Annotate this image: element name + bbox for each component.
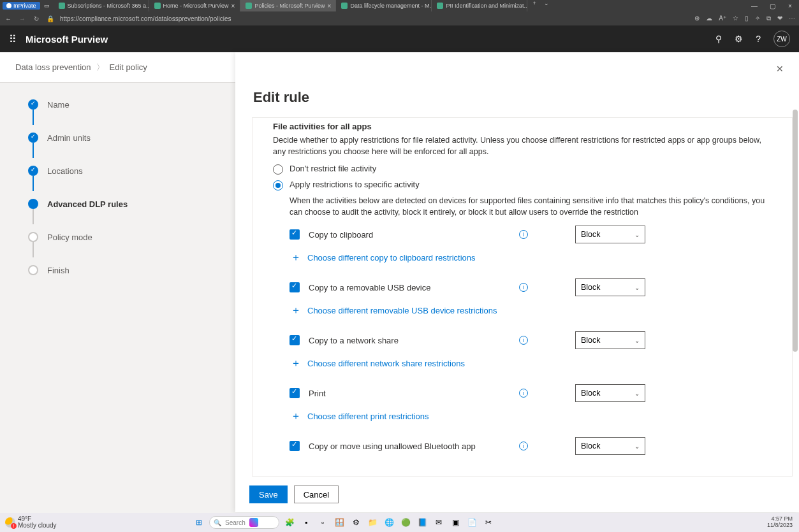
tab-strip: Subscriptions - Microsoft 365 a...× Home… <box>54 0 745 11</box>
search-highlight-icon <box>249 518 258 527</box>
help-icon[interactable]: ? <box>756 34 761 44</box>
more-icon[interactable]: ⋯ <box>789 15 795 22</box>
checkbox[interactable] <box>290 229 300 240</box>
taskbar-app-icon[interactable]: 🌐 <box>383 516 395 529</box>
browser-tab-2[interactable]: Policies - Microsoft Purview× <box>240 0 336 11</box>
taskbar-app-icon[interactable]: 📄 <box>465 516 478 529</box>
activity-copy-usb: Copy to a removable USB device i Block⌄ <box>290 278 772 296</box>
taskbar-app-icon[interactable]: 🟢 <box>399 516 412 529</box>
save-button[interactable]: Save <box>249 485 288 503</box>
taskbar-app-icon[interactable]: ✉ <box>432 516 445 529</box>
browser-tab-0[interactable]: Subscriptions - Microsoft 365 a...× <box>54 0 149 11</box>
panel-scroll-area[interactable]: File activities for all apps Decide whet… <box>253 118 792 476</box>
radio-icon[interactable] <box>273 180 283 191</box>
taskbar-app-icon[interactable]: ▫ <box>316 516 329 529</box>
breadcrumb-root[interactable]: Data loss prevention <box>15 62 91 72</box>
browser-tab-4[interactable]: PII Identification and Minimizat...× <box>432 0 527 11</box>
weather-widget[interactable]: 49°FMostly cloudy <box>0 516 57 529</box>
product-title: Microsoft Purview <box>26 34 108 45</box>
window-minimize[interactable]: — <box>745 3 763 10</box>
window-close[interactable]: × <box>781 3 799 10</box>
chevron-down-icon: ⌄ <box>634 443 640 450</box>
tab-menu-button[interactable]: ⌄ <box>541 0 552 11</box>
action-select[interactable]: Block⌄ <box>575 437 645 455</box>
wizard-steps: Name Admin units Locations Advanced DLP … <box>0 83 235 294</box>
new-tab-button[interactable]: + <box>527 0 541 11</box>
info-icon[interactable]: i <box>519 283 528 292</box>
step-name[interactable]: Name <box>28 96 235 113</box>
info-icon[interactable]: i <box>519 230 528 239</box>
taskbar-app-icon[interactable]: ✂ <box>482 516 495 529</box>
url-text[interactable]: https://compliance.microsoft.com/datalos… <box>60 15 689 22</box>
taskbar-app-icon[interactable]: 📁 <box>366 516 379 529</box>
forward-button[interactable]: → <box>18 15 27 22</box>
step-advanced-dlp-rules[interactable]: Advanced DLP rules <box>28 195 235 213</box>
panel-footer: Save Cancel <box>235 477 799 512</box>
taskbar: 49°FMostly cloudy ⊞ 🔍Search 🧩 ▪ ▫ 🪟 ⚙ 📁 … <box>0 513 799 532</box>
app-launcher-icon[interactable]: ⠿ <box>9 33 17 45</box>
taskbar-app-icon[interactable]: ▣ <box>449 516 462 529</box>
step-admin-units[interactable]: Admin units <box>28 129 235 147</box>
tab-strip-icon[interactable]: ▭ <box>40 3 54 9</box>
activity-print: Print i Block⌄ <box>290 384 772 402</box>
step-policy-mode[interactable]: Policy mode <box>28 228 235 246</box>
checkbox[interactable] <box>290 388 300 398</box>
checkbox[interactable] <box>290 335 300 345</box>
add-network-restriction[interactable]: ＋Choose different network share restrict… <box>291 357 772 370</box>
step-finish[interactable]: Finish <box>28 261 235 279</box>
collections-icon[interactable]: ⧉ <box>766 15 771 22</box>
action-select[interactable]: Block⌄ <box>575 226 645 243</box>
taskbar-app-icon[interactable]: ▪ <box>300 516 312 529</box>
radio-dont-restrict[interactable]: Don't restrict file activity <box>273 164 772 175</box>
restrictions-subdesc: When the activities below are detected o… <box>290 196 772 218</box>
weather-icon <box>5 517 15 528</box>
avatar[interactable]: ZW <box>773 31 790 47</box>
checkbox[interactable] <box>290 282 300 292</box>
info-icon[interactable]: i <box>519 442 528 450</box>
taskbar-app-icon[interactable]: 🧩 <box>283 516 296 529</box>
action-select[interactable]: Block⌄ <box>575 278 645 296</box>
back-button[interactable]: ← <box>4 15 13 22</box>
taskbar-clock[interactable]: 4:57 PM 11/8/2023 <box>767 516 799 529</box>
taskbar-app-icon[interactable]: 📘 <box>416 516 429 529</box>
close-icon[interactable]: × <box>231 3 235 10</box>
gear-icon[interactable]: ⚙ <box>735 34 743 44</box>
read-aloud-icon[interactable]: A⁺ <box>719 15 726 22</box>
cloud-icon[interactable]: ☁ <box>706 15 712 22</box>
window-maximize[interactable]: ▢ <box>763 3 781 10</box>
split-icon[interactable]: ▯ <box>745 15 749 22</box>
zoom-icon[interactable]: ⊕ <box>694 15 700 22</box>
favorite-icon[interactable]: ☆ <box>733 15 738 22</box>
taskbar-app-icon[interactable]: 🪟 <box>333 516 346 529</box>
radio-apply-restrictions[interactable]: Apply restrictions to specific activity <box>273 180 772 191</box>
share-icon[interactable]: ⚲ <box>715 34 722 44</box>
add-clipboard-restriction[interactable]: ＋Choose different copy to clipboard rest… <box>291 251 772 264</box>
close-icon[interactable]: × <box>327 3 331 10</box>
add-print-restriction[interactable]: ＋Choose different print restrictions <box>291 410 772 423</box>
action-select[interactable]: Block⌄ <box>575 331 645 349</box>
add-usb-restriction[interactable]: ＋Choose different removable USB device r… <box>291 304 772 317</box>
taskbar-search[interactable]: 🔍Search <box>209 516 279 529</box>
panel-close-button[interactable]: ✕ <box>776 64 784 74</box>
extensions-icon[interactable]: ❤ <box>777 15 782 22</box>
browser-tab-1[interactable]: Home - Microsoft Purview× <box>149 0 241 11</box>
step-locations[interactable]: Locations <box>28 162 235 180</box>
info-icon[interactable]: i <box>519 389 528 398</box>
site-lock-icon[interactable]: 🔒 <box>46 15 55 22</box>
start-button[interactable]: ⊞ <box>193 516 205 529</box>
plus-icon: ＋ <box>291 304 301 317</box>
radio-icon[interactable] <box>273 164 283 175</box>
refresh-button[interactable]: ↻ <box>32 15 41 22</box>
checkbox[interactable] <box>290 441 300 451</box>
cancel-button[interactable]: Cancel <box>294 485 339 503</box>
info-icon[interactable]: i <box>519 336 528 345</box>
activity-copy-clipboard: Copy to clipboard i Block⌄ <box>290 226 772 243</box>
taskbar-app-icon[interactable]: ⚙ <box>349 516 362 529</box>
chevron-down-icon: ⌄ <box>634 390 640 397</box>
action-select[interactable]: Block⌄ <box>575 384 645 402</box>
panel-title: Edit rule <box>235 52 799 106</box>
favorites-bar-icon[interactable]: ✧ <box>755 15 760 22</box>
activity-bluetooth: Copy or move using unallowed Bluetooth a… <box>290 437 772 455</box>
chevron-right-icon: 〉 <box>96 62 105 73</box>
browser-tab-3[interactable]: Data lifecycle management - M...× <box>336 0 432 11</box>
